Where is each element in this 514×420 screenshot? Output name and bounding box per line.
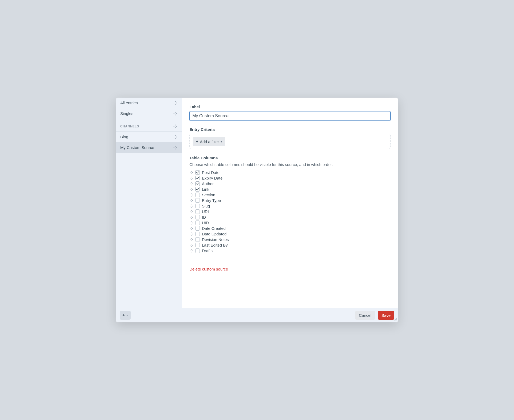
table-columns-help: Choose which table columns should be vis… bbox=[189, 162, 391, 167]
svg-line-12 bbox=[397, 320, 397, 321]
footer-buttons: Cancel Save bbox=[355, 311, 394, 320]
svg-line-11 bbox=[396, 319, 397, 321]
chevron-down-icon: ▾ bbox=[126, 314, 128, 317]
drag-handle-icon[interactable] bbox=[189, 210, 193, 214]
drag-handle-icon[interactable] bbox=[173, 111, 177, 116]
column-label: Drafts bbox=[202, 248, 213, 253]
cancel-button[interactable]: Cancel bbox=[355, 311, 375, 320]
column-label: Revision Notes bbox=[202, 237, 229, 242]
drag-handle-icon[interactable] bbox=[189, 193, 193, 197]
column-row: Last Edited By bbox=[189, 243, 391, 248]
column-checkbox[interactable] bbox=[195, 248, 200, 253]
svg-line-10 bbox=[395, 318, 397, 321]
drag-handle-icon[interactable] bbox=[189, 204, 193, 208]
sidebar-list: All entries Singles CHANNELS bbox=[116, 98, 182, 308]
drag-handle-icon[interactable] bbox=[189, 188, 193, 191]
column-row: URI bbox=[189, 209, 391, 214]
column-checkbox[interactable] bbox=[195, 226, 200, 231]
column-checkbox[interactable] bbox=[195, 198, 200, 203]
sidebar-item-all-entries[interactable]: All entries bbox=[116, 98, 182, 108]
column-checkbox[interactable] bbox=[195, 193, 200, 197]
sidebar-item-my-custom-source[interactable]: My Custom Source bbox=[116, 142, 182, 153]
plus-icon: + bbox=[122, 313, 125, 318]
sidebar-item-label: Blog bbox=[120, 135, 128, 139]
table-columns-block: Table Columns Choose which table columns… bbox=[189, 156, 391, 253]
column-checkbox[interactable] bbox=[195, 215, 200, 219]
column-row: Revision Notes bbox=[189, 237, 391, 242]
column-row: Author bbox=[189, 181, 391, 186]
column-label: Entry Type bbox=[202, 198, 221, 203]
column-checkbox[interactable] bbox=[195, 181, 200, 186]
source-settings-panel: Label Entry Criteria + Add a filter ▾ Ta… bbox=[182, 98, 398, 308]
customize-sources-modal: All entries Singles CHANNELS bbox=[116, 98, 398, 322]
column-label: Post Date bbox=[202, 170, 219, 175]
drag-handle-icon[interactable] bbox=[189, 176, 193, 180]
entry-criteria-block: Entry Criteria + Add a filter ▾ bbox=[189, 127, 391, 149]
drag-handle-icon[interactable] bbox=[189, 182, 193, 186]
drag-handle-icon[interactable] bbox=[173, 124, 177, 128]
column-row: Expiry Date bbox=[189, 176, 391, 181]
column-checkbox[interactable] bbox=[195, 243, 200, 247]
drag-handle-icon[interactable] bbox=[189, 171, 193, 174]
drag-handle-icon[interactable] bbox=[189, 221, 193, 225]
column-row: Post Date bbox=[189, 170, 391, 175]
column-checkbox[interactable] bbox=[195, 237, 200, 242]
add-filter-label: Add a filter bbox=[200, 139, 219, 144]
delete-custom-source-link[interactable]: Delete custom source bbox=[189, 267, 228, 271]
column-label: Date Updated bbox=[202, 232, 227, 236]
column-row: ID bbox=[189, 215, 391, 220]
column-label: URI bbox=[202, 209, 209, 214]
drag-handle-icon[interactable] bbox=[189, 238, 193, 242]
column-checkbox[interactable] bbox=[195, 204, 200, 208]
drag-handle-icon[interactable] bbox=[173, 145, 177, 150]
column-label: Slug bbox=[202, 204, 210, 208]
column-row: Date Created bbox=[189, 226, 391, 231]
column-label: Section bbox=[202, 193, 215, 197]
column-label: UID bbox=[202, 221, 209, 225]
drag-handle-icon[interactable] bbox=[189, 227, 193, 230]
columns-list: Post DateExpiry DateAuthorLinkSectionEnt… bbox=[189, 170, 391, 253]
column-checkbox[interactable] bbox=[195, 221, 200, 225]
modal-body: All entries Singles CHANNELS bbox=[116, 98, 398, 308]
sidebar-heading-label: CHANNELS bbox=[120, 124, 139, 128]
resize-grip-icon bbox=[394, 317, 397, 322]
sidebar-item-singles[interactable]: Singles bbox=[116, 108, 182, 119]
column-label: Last Edited By bbox=[202, 243, 228, 247]
column-checkbox[interactable] bbox=[195, 187, 200, 192]
sidebar-heading-channels: CHANNELS bbox=[116, 121, 182, 132]
sidebar-item-label: My Custom Source bbox=[120, 145, 154, 150]
criteria-dropzone: + Add a filter ▾ bbox=[189, 134, 391, 149]
label-field-block: Label bbox=[189, 105, 391, 121]
plus-icon: + bbox=[196, 139, 198, 144]
column-row: Slug bbox=[189, 203, 391, 209]
column-row: UID bbox=[189, 220, 391, 225]
drag-handle-icon[interactable] bbox=[189, 215, 193, 219]
entry-criteria-label: Entry Criteria bbox=[189, 127, 391, 132]
add-source-button[interactable]: + ▾ bbox=[120, 311, 131, 320]
label-field-label: Label bbox=[189, 105, 391, 109]
column-row: Section bbox=[189, 192, 391, 197]
drag-handle-icon[interactable] bbox=[173, 135, 177, 139]
column-label: Expiry Date bbox=[202, 176, 223, 180]
save-button[interactable]: Save bbox=[378, 311, 394, 320]
drag-handle-icon[interactable] bbox=[173, 101, 177, 105]
table-columns-label: Table Columns bbox=[189, 156, 391, 160]
column-row: Link bbox=[189, 187, 391, 192]
divider bbox=[189, 261, 391, 261]
sidebar-item-label: All entries bbox=[120, 101, 138, 105]
column-checkbox[interactable] bbox=[195, 176, 200, 180]
column-row: Entry Type bbox=[189, 198, 391, 203]
column-checkbox[interactable] bbox=[195, 209, 200, 214]
drag-handle-icon[interactable] bbox=[189, 232, 193, 236]
sources-sidebar: All entries Singles CHANNELS bbox=[116, 98, 182, 308]
column-label: Link bbox=[202, 187, 209, 192]
column-checkbox[interactable] bbox=[195, 232, 200, 236]
sidebar-item-blog[interactable]: Blog bbox=[116, 132, 182, 142]
column-checkbox[interactable] bbox=[195, 170, 200, 175]
label-input[interactable] bbox=[189, 111, 391, 121]
drag-handle-icon[interactable] bbox=[189, 243, 193, 247]
drag-handle-icon[interactable] bbox=[189, 249, 193, 253]
add-filter-button[interactable]: + Add a filter ▾ bbox=[193, 137, 225, 146]
drag-handle-icon[interactable] bbox=[189, 199, 193, 202]
column-row: Date Updated bbox=[189, 231, 391, 236]
